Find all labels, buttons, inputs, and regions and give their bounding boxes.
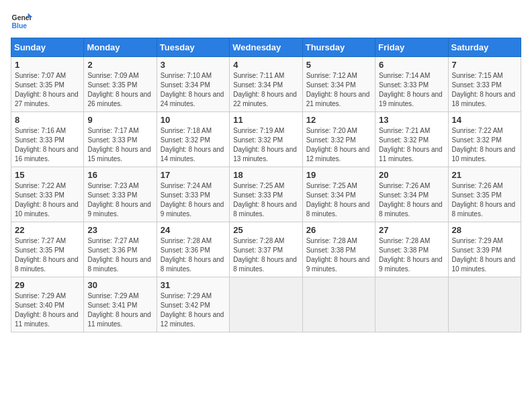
day-number: 5: [306, 60, 371, 70]
day-info: Sunrise: 7:10 AMSunset: 3:34 PMDaylight:…: [161, 72, 224, 107]
day-info: Sunrise: 7:24 AMSunset: 3:33 PMDaylight:…: [161, 182, 224, 218]
calendar-week-5: 29 Sunrise: 7:29 AMSunset: 3:40 PMDaylig…: [11, 277, 521, 332]
calendar-cell: 28 Sunrise: 7:29 AMSunset: 3:39 PMDaylig…: [448, 222, 521, 277]
day-number: 13: [379, 115, 444, 125]
calendar-cell: 23 Sunrise: 7:27 AMSunset: 3:36 PMDaylig…: [84, 222, 157, 277]
calendar-cell: 16 Sunrise: 7:23 AMSunset: 3:33 PMDaylig…: [84, 167, 157, 222]
day-number: 18: [233, 170, 298, 180]
day-number: 14: [452, 115, 517, 125]
day-info: Sunrise: 7:18 AMSunset: 3:32 PMDaylight:…: [161, 127, 224, 163]
day-info: Sunrise: 7:16 AMSunset: 3:33 PMDaylight:…: [15, 127, 79, 163]
day-number: 24: [161, 225, 226, 235]
calendar-cell: 15 Sunrise: 7:22 AMSunset: 3:33 PMDaylig…: [11, 167, 84, 222]
day-number: 1: [15, 60, 80, 70]
day-info: Sunrise: 7:27 AMSunset: 3:36 PMDaylight:…: [87, 237, 151, 273]
svg-text:Blue: Blue: [12, 22, 28, 30]
day-info: Sunrise: 7:17 AMSunset: 3:33 PMDaylight:…: [87, 127, 151, 163]
calendar-cell: 31 Sunrise: 7:29 AMSunset: 3:42 PMDaylig…: [157, 277, 229, 332]
calendar-week-2: 8 Sunrise: 7:16 AMSunset: 3:33 PMDayligh…: [11, 112, 521, 167]
day-number: 21: [452, 170, 517, 180]
calendar-cell: 9 Sunrise: 7:17 AMSunset: 3:33 PMDayligh…: [84, 112, 157, 167]
day-info: Sunrise: 7:29 AMSunset: 3:41 PMDaylight:…: [87, 292, 151, 328]
day-number: 2: [87, 60, 152, 70]
day-info: Sunrise: 7:11 AMSunset: 3:34 PMDaylight:…: [233, 72, 297, 107]
calendar-cell: 12 Sunrise: 7:20 AMSunset: 3:32 PMDaylig…: [302, 112, 375, 167]
day-number: 23: [87, 225, 152, 235]
day-info: Sunrise: 7:25 AMSunset: 3:33 PMDaylight:…: [233, 182, 297, 218]
calendar-cell: 5 Sunrise: 7:12 AMSunset: 3:34 PMDayligh…: [302, 57, 375, 112]
weekday-header-monday: Monday: [84, 38, 157, 57]
day-number: 29: [15, 280, 80, 290]
weekday-header-wednesday: Wednesday: [230, 38, 302, 57]
calendar-cell: 26 Sunrise: 7:28 AMSunset: 3:38 PMDaylig…: [302, 222, 375, 277]
day-number: 19: [306, 170, 371, 180]
day-info: Sunrise: 7:28 AMSunset: 3:38 PMDaylight:…: [306, 237, 370, 273]
day-number: 10: [161, 115, 226, 125]
calendar-cell: 30 Sunrise: 7:29 AMSunset: 3:41 PMDaylig…: [84, 277, 157, 332]
day-info: Sunrise: 7:15 AMSunset: 3:33 PMDaylight:…: [452, 72, 516, 107]
day-info: Sunrise: 7:21 AMSunset: 3:32 PMDaylight:…: [379, 127, 443, 163]
day-info: Sunrise: 7:19 AMSunset: 3:32 PMDaylight:…: [233, 127, 297, 163]
calendar-cell: [302, 277, 375, 332]
calendar-header-row: SundayMondayTuesdayWednesdayThursdayFrid…: [11, 38, 521, 57]
calendar-cell: 10 Sunrise: 7:18 AMSunset: 3:32 PMDaylig…: [157, 112, 229, 167]
day-number: 31: [161, 280, 226, 290]
calendar-cell: 29 Sunrise: 7:29 AMSunset: 3:40 PMDaylig…: [11, 277, 84, 332]
weekday-header-sunday: Sunday: [11, 38, 84, 57]
day-number: 7: [452, 60, 517, 70]
logo-icon: General Blue: [11, 11, 32, 32]
calendar-cell: 19 Sunrise: 7:25 AMSunset: 3:34 PMDaylig…: [302, 167, 375, 222]
day-info: Sunrise: 7:29 AMSunset: 3:40 PMDaylight:…: [15, 292, 79, 328]
day-info: Sunrise: 7:09 AMSunset: 3:35 PMDaylight:…: [87, 72, 151, 107]
day-number: 6: [379, 60, 444, 70]
day-info: Sunrise: 7:07 AMSunset: 3:35 PMDaylight:…: [15, 72, 79, 107]
calendar-cell: 27 Sunrise: 7:28 AMSunset: 3:38 PMDaylig…: [375, 222, 448, 277]
day-info: Sunrise: 7:22 AMSunset: 3:33 PMDaylight:…: [15, 182, 79, 218]
calendar-cell: 20 Sunrise: 7:26 AMSunset: 3:34 PMDaylig…: [375, 167, 448, 222]
calendar-body: 1 Sunrise: 7:07 AMSunset: 3:35 PMDayligh…: [11, 57, 521, 332]
calendar-cell: 1 Sunrise: 7:07 AMSunset: 3:35 PMDayligh…: [11, 57, 84, 112]
calendar-cell: 25 Sunrise: 7:28 AMSunset: 3:37 PMDaylig…: [230, 222, 302, 277]
day-info: Sunrise: 7:26 AMSunset: 3:35 PMDaylight:…: [452, 182, 516, 218]
calendar-week-4: 22 Sunrise: 7:27 AMSunset: 3:35 PMDaylig…: [11, 222, 521, 277]
calendar-cell: 7 Sunrise: 7:15 AMSunset: 3:33 PMDayligh…: [448, 57, 521, 112]
calendar-cell: 17 Sunrise: 7:24 AMSunset: 3:33 PMDaylig…: [157, 167, 229, 222]
calendar-cell: 8 Sunrise: 7:16 AMSunset: 3:33 PMDayligh…: [11, 112, 84, 167]
day-number: 8: [15, 115, 80, 125]
logo: General Blue: [11, 11, 32, 32]
calendar-table: SundayMondayTuesdayWednesdayThursdayFrid…: [11, 38, 521, 332]
day-info: Sunrise: 7:29 AMSunset: 3:39 PMDaylight:…: [452, 237, 516, 273]
day-info: Sunrise: 7:28 AMSunset: 3:37 PMDaylight:…: [233, 237, 297, 273]
day-number: 9: [87, 115, 152, 125]
calendar-cell: 3 Sunrise: 7:10 AMSunset: 3:34 PMDayligh…: [157, 57, 229, 112]
calendar-cell: 24 Sunrise: 7:28 AMSunset: 3:36 PMDaylig…: [157, 222, 229, 277]
day-number: 22: [15, 225, 80, 235]
calendar-week-3: 15 Sunrise: 7:22 AMSunset: 3:33 PMDaylig…: [11, 167, 521, 222]
day-info: Sunrise: 7:27 AMSunset: 3:35 PMDaylight:…: [15, 237, 79, 273]
calendar-cell: 11 Sunrise: 7:19 AMSunset: 3:32 PMDaylig…: [230, 112, 302, 167]
day-info: Sunrise: 7:22 AMSunset: 3:32 PMDaylight:…: [452, 127, 516, 163]
day-number: 3: [161, 60, 226, 70]
calendar-cell: 2 Sunrise: 7:09 AMSunset: 3:35 PMDayligh…: [84, 57, 157, 112]
day-number: 30: [87, 280, 152, 290]
day-info: Sunrise: 7:25 AMSunset: 3:34 PMDaylight:…: [306, 182, 370, 218]
day-info: Sunrise: 7:20 AMSunset: 3:32 PMDaylight:…: [306, 127, 370, 163]
day-info: Sunrise: 7:26 AMSunset: 3:34 PMDaylight:…: [379, 182, 443, 218]
day-number: 28: [452, 225, 517, 235]
calendar-cell: 13 Sunrise: 7:21 AMSunset: 3:32 PMDaylig…: [375, 112, 448, 167]
day-number: 20: [379, 170, 444, 180]
calendar-cell: [230, 277, 302, 332]
day-number: 4: [233, 60, 298, 70]
day-number: 12: [306, 115, 371, 125]
calendar-cell: 6 Sunrise: 7:14 AMSunset: 3:33 PMDayligh…: [375, 57, 448, 112]
day-number: 16: [87, 170, 152, 180]
calendar-cell: 22 Sunrise: 7:27 AMSunset: 3:35 PMDaylig…: [11, 222, 84, 277]
day-info: Sunrise: 7:14 AMSunset: 3:33 PMDaylight:…: [379, 72, 443, 107]
day-info: Sunrise: 7:23 AMSunset: 3:33 PMDaylight:…: [87, 182, 151, 218]
calendar-cell: 14 Sunrise: 7:22 AMSunset: 3:32 PMDaylig…: [448, 112, 521, 167]
day-number: 15: [15, 170, 80, 180]
weekday-header-tuesday: Tuesday: [157, 38, 229, 57]
day-number: 27: [379, 225, 444, 235]
day-number: 17: [161, 170, 226, 180]
day-info: Sunrise: 7:28 AMSunset: 3:36 PMDaylight:…: [161, 237, 224, 273]
